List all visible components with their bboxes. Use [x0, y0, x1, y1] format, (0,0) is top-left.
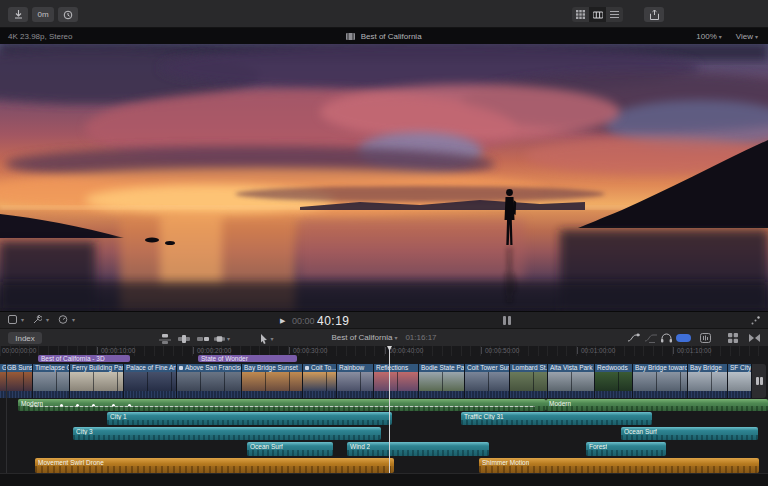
- zoom-level-menu[interactable]: 100%▾: [696, 32, 721, 41]
- clip-label: Wind 2: [350, 443, 370, 450]
- meter-bar-icon: [508, 316, 511, 325]
- view-list-button[interactable]: [606, 7, 623, 22]
- clip-name-bar: Coit Tower Sunset: [465, 364, 509, 372]
- timeline-clip[interactable]: Modern: [18, 399, 546, 411]
- chevron-down-icon: ▾: [719, 34, 722, 40]
- effects-browser-button[interactable]: [728, 333, 738, 343]
- storyline-clip[interactable]: Bay Bridge Sunset: [242, 364, 303, 398]
- clip-label: Ocean Surf: [624, 428, 657, 435]
- project-title: Best of California: [361, 32, 422, 41]
- chevron-down-icon: ▾: [21, 316, 24, 323]
- timeline-clip[interactable]: City 1: [107, 412, 392, 425]
- keyframe-dot[interactable]: [92, 404, 95, 407]
- clip-name-bar: Above San Francisco: [177, 364, 241, 372]
- import-media-button[interactable]: [8, 7, 28, 22]
- timecode-hours: 00:00: [292, 316, 315, 326]
- project-duration: 01:16:17: [405, 333, 436, 342]
- timeline-clip[interactable]: Ocean Surf: [247, 442, 333, 456]
- chevron-down-icon: ▾: [394, 335, 397, 341]
- keyframe-dot[interactable]: [60, 404, 63, 407]
- clip-thumbnail-strip: [510, 372, 547, 391]
- ruler-tick: 00:00:30:00: [289, 347, 327, 354]
- view-filmstrip-button[interactable]: [589, 7, 606, 22]
- timeline-project-name: Best of California: [331, 333, 392, 342]
- storyline-clip[interactable]: Coit To...: [303, 364, 337, 398]
- storyline-clip[interactable]: Bodie State Park: [419, 364, 465, 398]
- clip-audio-strip: [33, 391, 69, 398]
- storyline-clip[interactable]: Rainbow: [337, 364, 374, 398]
- fullscreen-icon[interactable]: [751, 316, 760, 325]
- storyline-clip[interactable]: Lombard St.: [510, 364, 548, 398]
- storyline-clip[interactable]: Ferry Building Part 2: [70, 364, 124, 398]
- duration-button[interactable]: 0m: [32, 7, 54, 22]
- clip-label: Modern: [549, 400, 571, 407]
- clip-thumbnail-strip: [242, 372, 302, 391]
- clip-name-bar: Reflections: [374, 364, 418, 372]
- clip-name-bar: Redwoods: [595, 364, 632, 372]
- clip-label: Ocean Surf: [250, 443, 283, 450]
- timeline-clip[interactable]: Traffic City 31: [461, 412, 652, 425]
- keyframe-dot[interactable]: [76, 404, 79, 407]
- timeline-clip[interactable]: City 3: [73, 427, 381, 440]
- sunset-beach-image: [0, 44, 768, 311]
- timeline-clip[interactable]: Ocean Surf: [621, 427, 758, 440]
- ruler-tick: 00:01:10:00: [673, 347, 711, 354]
- tools-menu[interactable]: ▾: [33, 315, 49, 324]
- clip-thumbnail-strip: [33, 372, 69, 391]
- storyline-clip[interactable]: Timelapse GGB: [33, 364, 70, 398]
- solo-toggle[interactable]: [661, 333, 672, 343]
- timecode-display: 40:19: [317, 314, 350, 328]
- audio-skimming-icon: [645, 333, 657, 343]
- clip-name-bar: Bay Bridge: [688, 364, 727, 372]
- timeline-clip[interactable]: Shimmer Motion: [479, 458, 759, 473]
- view-grid-button[interactable]: [572, 7, 589, 22]
- retime-menu[interactable]: ▾: [58, 315, 75, 324]
- chevron-down-icon: ▾: [755, 34, 758, 40]
- clip-audio-strip: [337, 391, 373, 398]
- storyline-clip[interactable]: Alta Vista Park: [548, 364, 595, 398]
- storyline-clip[interactable]: Bay Bridge toward SF: [633, 364, 688, 398]
- volume-keyframe-line[interactable]: [29, 406, 536, 407]
- storyline-clip[interactable]: Reflections: [374, 364, 419, 398]
- storyline-clip[interactable]: Above San Francisco: [177, 364, 242, 398]
- select-tool-menu[interactable]: ▾: [8, 315, 24, 324]
- audio-skimming-toggle[interactable]: [645, 333, 657, 343]
- clip-skimming-toggle[interactable]: [628, 333, 640, 343]
- ruler-tick: 00:00:20:00: [193, 347, 231, 354]
- snapping-toggle[interactable]: [676, 334, 691, 342]
- keyframe-dot[interactable]: [128, 404, 131, 407]
- storyline-clip[interactable]: SF City...: [728, 364, 752, 398]
- timeline-bottom-strip: [0, 473, 768, 486]
- timeline-title-clip[interactable]: Best of California - 3D: [38, 355, 130, 362]
- storyline-clip[interactable]: Redwoods: [595, 364, 633, 398]
- playhead[interactable]: [389, 346, 390, 473]
- storyline-clip[interactable]: Coit Tower Sunset: [465, 364, 510, 398]
- viewer-info-bar: 4K 23.98p, Stereo Best of California 100…: [0, 28, 768, 44]
- play-button[interactable]: ▶: [280, 317, 285, 325]
- keyframe-dot[interactable]: [112, 404, 115, 407]
- tasks-clock-icon: [63, 10, 73, 20]
- storyline-end-chip[interactable]: [752, 364, 766, 398]
- audio-meters-button[interactable]: [503, 316, 511, 325]
- retime-dial-icon: [58, 315, 68, 324]
- bowtie-icon: [749, 333, 760, 343]
- clip-audio-strip: [374, 391, 418, 398]
- timeline-meters-button[interactable]: [700, 333, 711, 343]
- final-cut-pro-window: 0m 4K 23.98p, Stereo Best of California: [0, 0, 768, 486]
- storyline-clip[interactable]: Bay Bridge: [688, 364, 728, 398]
- timeline-clip[interactable]: Wind 2: [347, 442, 489, 456]
- project-icon: [346, 33, 355, 40]
- storyline-clip[interactable]: GGB Sunset: [0, 364, 33, 398]
- ruler-tick: 00:00:50:00: [481, 347, 519, 354]
- transitions-browser-button[interactable]: [749, 333, 760, 343]
- timeline-clip[interactable]: Movement Swirl Drone: [35, 458, 394, 473]
- timeline-left-border: [6, 364, 7, 473]
- timeline-title-clip[interactable]: State of Wonder: [198, 355, 297, 362]
- view-menu[interactable]: View▾: [736, 32, 758, 41]
- timeline-clip[interactable]: Forest: [586, 442, 666, 456]
- timeline-clip[interactable]: Modern: [546, 399, 768, 411]
- timeline-toolbar: Index ▾ ▾ Best of California▾01:16:17: [0, 328, 768, 346]
- storyline-clip[interactable]: Palace of Fine Arts: [124, 364, 177, 398]
- share-button[interactable]: [644, 7, 664, 22]
- background-tasks-button[interactable]: [58, 7, 78, 22]
